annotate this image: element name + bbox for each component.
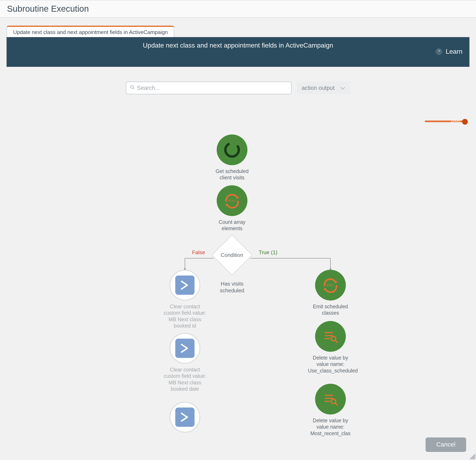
- node-label: Count array elements: [210, 219, 255, 232]
- tab-strip: Update next class and next appointment f…: [7, 26, 174, 37]
- node-label: Emit scheduled classes: [308, 303, 353, 316]
- learn-button[interactable]: ? Learn: [436, 48, 462, 55]
- search-row: action output: [0, 82, 476, 94]
- node-get-visits[interactable]: Get scheduled client visits: [210, 135, 255, 181]
- condition-caption: Has visits scheduled: [212, 281, 253, 294]
- svg-point-0: [131, 85, 134, 88]
- node-delete-1[interactable]: Delete value by value name: Use_class_sc…: [308, 321, 353, 374]
- zoom-slider[interactable]: Zoom: [425, 119, 468, 123]
- node-clear-extra[interactable]: [162, 402, 207, 433]
- svg-line-1: [133, 88, 134, 89]
- page-title: Subroutine Execution: [7, 4, 89, 14]
- svg-line-13: [335, 340, 337, 342]
- branch-true-label: True (1): [259, 249, 278, 256]
- node-delete-2[interactable]: Delete value by value name: Most_recent_…: [308, 384, 353, 437]
- loop-icon: [217, 135, 247, 165]
- svg-text:0101: 0101: [327, 283, 334, 287]
- svg-text:0101: 0101: [228, 199, 236, 203]
- svg-line-18: [335, 403, 337, 405]
- node-condition[interactable]: Condition Has visits scheduled: [212, 241, 253, 294]
- node-emit[interactable]: 0101 Emit scheduled classes: [308, 270, 353, 316]
- branch-false-label: False: [192, 249, 205, 256]
- node-label: Delete value by value name: Use_class_sc…: [308, 355, 353, 374]
- list-search-icon: [315, 384, 346, 415]
- cancel-label: Cancel: [436, 441, 455, 448]
- svg-point-2: [223, 140, 241, 159]
- zoom-knob[interactable]: [462, 119, 468, 125]
- search-input[interactable]: [137, 85, 287, 91]
- node-label: Delete value by value name: Most_recent_…: [308, 417, 353, 437]
- node-count-array[interactable]: 0101 Count array elements: [210, 185, 255, 232]
- zoom-label: Zoom: [451, 119, 460, 123]
- banner: Update next class and next appointment f…: [7, 37, 469, 67]
- cancel-button[interactable]: Cancel: [425, 437, 466, 451]
- help-icon: ?: [436, 49, 442, 55]
- search-icon: [130, 85, 135, 91]
- workflow-canvas[interactable]: Get scheduled client visits 0101 Count a…: [7, 130, 469, 460]
- activecampaign-icon: [170, 402, 200, 433]
- title-bar: Subroutine Execution: [0, 0, 476, 18]
- activecampaign-icon: [170, 270, 200, 300]
- tab-label: Update next class and next appointment f…: [13, 29, 168, 35]
- resize-grip-icon[interactable]: [469, 453, 475, 459]
- search-box[interactable]: [126, 82, 291, 94]
- dropdown-label: action output: [302, 85, 335, 91]
- learn-label: Learn: [446, 48, 462, 55]
- node-label: Clear contact custom field value: MB Nex…: [162, 366, 207, 392]
- node-clear-id[interactable]: Clear contact custom field value: MB Nex…: [162, 270, 207, 329]
- cycle-icon: 0101: [315, 270, 346, 300]
- activecampaign-icon: [170, 333, 200, 364]
- cycle-icon: 0101: [217, 185, 247, 216]
- tab-active[interactable]: Update next class and next appointment f…: [7, 26, 174, 37]
- node-label: Get scheduled client visits: [210, 168, 255, 181]
- list-search-icon: [315, 321, 346, 352]
- diamond-icon: Condition: [212, 235, 252, 275]
- node-clear-date[interactable]: Clear contact custom field value: MB Nex…: [162, 333, 207, 392]
- banner-title: Update next class and next appointment f…: [143, 42, 333, 49]
- node-label: Clear contact custom field value: MB Nex…: [162, 303, 207, 329]
- output-dropdown[interactable]: action output: [297, 82, 350, 94]
- condition-label: Condition: [221, 252, 243, 258]
- chevron-down-icon: [340, 85, 345, 91]
